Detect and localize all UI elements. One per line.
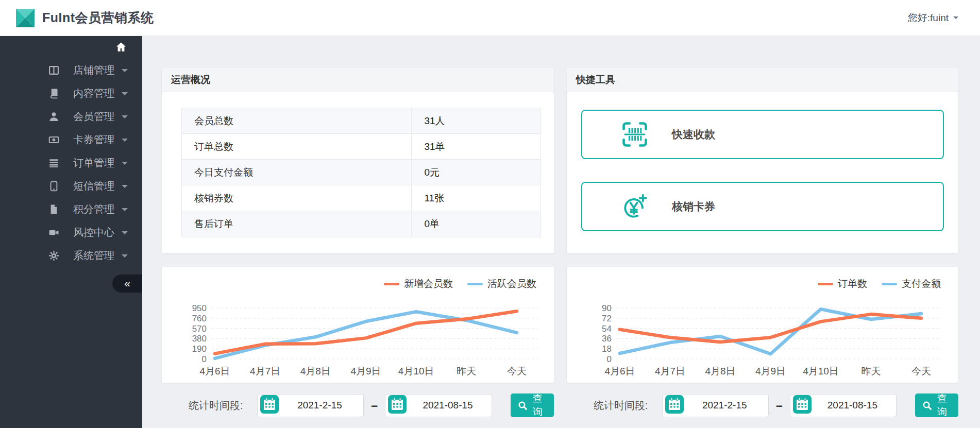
overview-row-会员总数: 会员总数31人 (182, 108, 540, 134)
sidebar-item-系统管理[interactable]: 系统管理 (0, 244, 142, 267)
filter-label: 统计时间段: (594, 399, 648, 413)
sidebar-item-label: 积分管理 (73, 202, 122, 216)
date-filter-0: 统计时间段:2021-2-15–2021-08-15查询 (162, 393, 554, 417)
x-axis-label: 4月6日 (199, 366, 230, 376)
chevron-down-icon (953, 16, 958, 22)
chevron-down-icon (122, 185, 128, 191)
overview-row-售后订单: 售后订单0单 (182, 211, 540, 237)
tool-button-label: 快速收款 (672, 127, 715, 142)
x-axis-label: 4月9日 (755, 366, 786, 376)
overview-row-核销券数: 核销券数11张 (182, 185, 540, 211)
sidebar-item-label: 店铺管理 (73, 63, 122, 77)
filter-label: 统计时间段: (189, 399, 243, 413)
sidebar-item-订单管理[interactable]: 订单管理 (0, 151, 142, 175)
x-axis-label: 4月6日 (604, 366, 635, 376)
legend-swatch (384, 283, 399, 285)
y-axis-tick: 570 (192, 324, 207, 334)
overview-row-label: 今日支付金额 (182, 160, 411, 185)
search-button[interactable]: 查询 (915, 393, 958, 417)
tool-button-label: 核销卡券 (672, 199, 715, 214)
calendar-icon (260, 395, 279, 416)
sidebar-item-会员管理[interactable]: 会员管理 (0, 105, 142, 128)
orders-chart-card: 018365472904月6日4月7日4月8日4月9日4月10日昨天今天订单数支… (567, 267, 958, 383)
overview-row-value: 0元 (411, 160, 540, 185)
legend-item-订单数[interactable]: 订单数 (818, 277, 867, 290)
y-axis-tick: 0 (607, 354, 612, 364)
search-button[interactable]: 查询 (511, 393, 554, 417)
y-axis-tick: 72 (602, 314, 612, 323)
start-date-value: 2021-2-15 (279, 400, 361, 411)
legend-item-支付金额[interactable]: 支付金额 (882, 277, 941, 290)
yen-circle-plus-icon (620, 192, 649, 221)
sidebar-item-label: 卡券管理 (73, 133, 122, 147)
tool-button-快速收款[interactable]: 快速收款 (581, 110, 944, 159)
chevron-down-icon (122, 139, 128, 145)
legend-label: 支付金额 (902, 277, 941, 290)
legend-item-活跃会员数[interactable]: 活跃会员数 (467, 277, 536, 290)
x-axis-label: 今天 (507, 366, 527, 376)
sidebar-item-内容管理[interactable]: 内容管理 (0, 82, 142, 105)
sidebar-item-短信管理[interactable]: 短信管理 (0, 175, 142, 198)
sidebar-home-row (0, 36, 142, 58)
user-greeting: 您好:fuint (908, 11, 949, 25)
sidebar-item-label: 订单管理 (73, 156, 122, 170)
y-axis-tick: 18 (602, 344, 612, 354)
sidebar-item-卡券管理[interactable]: 卡券管理 (0, 128, 142, 151)
book-icon (47, 88, 60, 99)
sidebar-item-店铺管理[interactable]: 店铺管理 (0, 59, 142, 82)
chart-legend: 新增会员数活跃会员数 (384, 277, 536, 290)
legend-item-新增会员数[interactable]: 新增会员数 (384, 277, 453, 290)
search-icon (922, 401, 932, 410)
gear-icon (47, 250, 60, 261)
overview-row-label: 订单总数 (182, 134, 411, 159)
y-axis-tick: 0 (202, 354, 207, 364)
x-axis-label: 4月7日 (655, 366, 685, 376)
y-axis-tick: 54 (602, 324, 612, 334)
collapse-chevrons-icon: « (124, 278, 130, 290)
overview-card-title: 运营概况 (162, 68, 554, 92)
legend-label: 订单数 (838, 277, 867, 290)
calendar-icon (793, 395, 812, 416)
legend-swatch (882, 283, 897, 285)
x-axis-label: 4月10日 (398, 366, 434, 376)
y-axis-tick: 950 (192, 303, 207, 313)
sidebar-item-风控中心[interactable]: 风控中心 (0, 221, 142, 244)
search-button-label: 查询 (933, 392, 951, 419)
calendar-icon (665, 395, 684, 416)
end-date-input[interactable]: 2021-08-15 (790, 394, 897, 417)
members-chart-card: 01903805707609504月6日4月7日4月8日4月9日4月10日昨天今… (162, 267, 554, 383)
x-axis-label: 4月8日 (300, 366, 331, 376)
y-axis-tick: 90 (602, 303, 612, 313)
main-content: 运营概况 会员总数31人订单总数31单今日支付金额0元核销券数11张售后订单0单… (142, 36, 980, 428)
overview-row-label: 会员总数 (182, 108, 411, 133)
home-icon[interactable] (115, 41, 127, 53)
start-date-value: 2021-2-15 (684, 400, 766, 411)
sidebar-item-积分管理[interactable]: 积分管理 (0, 198, 142, 221)
x-axis-label: 4月9日 (350, 366, 381, 376)
sidebar-item-label: 会员管理 (73, 110, 122, 124)
money-bill-icon (47, 134, 60, 145)
chart-legend: 订单数支付金额 (818, 277, 941, 290)
overview-row-value: 31人 (411, 108, 540, 133)
overview-table: 会员总数31人订单总数31单今日支付金额0元核销券数11张售后订单0单 (181, 108, 541, 237)
sidebar-item-label: 风控中心 (73, 226, 122, 239)
x-axis-label: 今天 (911, 366, 931, 376)
app-title: FuInt会员营销系统 (42, 9, 154, 26)
legend-label: 新增会员数 (404, 277, 453, 290)
legend-label: 活跃会员数 (487, 277, 536, 290)
start-date-input[interactable]: 2021-2-15 (257, 394, 364, 417)
end-date-value: 2021-08-15 (812, 400, 893, 411)
user-dropdown[interactable]: 您好:fuint (908, 11, 980, 25)
logo-area: FuInt会员营销系统 (0, 8, 154, 28)
overview-row-value: 11张 (411, 185, 540, 211)
sidebar-item-label: 内容管理 (73, 87, 122, 100)
video-camera-icon (47, 227, 60, 238)
tool-button-核销卡券[interactable]: 核销卡券 (581, 182, 944, 231)
sidebar-collapse-button[interactable]: « (112, 275, 142, 293)
overview-row-label: 售后订单 (182, 211, 411, 237)
end-date-input[interactable]: 2021-08-15 (385, 394, 492, 417)
x-axis-label: 昨天 (457, 366, 476, 376)
start-date-input[interactable]: 2021-2-15 (662, 394, 769, 417)
x-axis-label: 昨天 (861, 366, 881, 376)
chevron-down-icon (122, 208, 128, 214)
